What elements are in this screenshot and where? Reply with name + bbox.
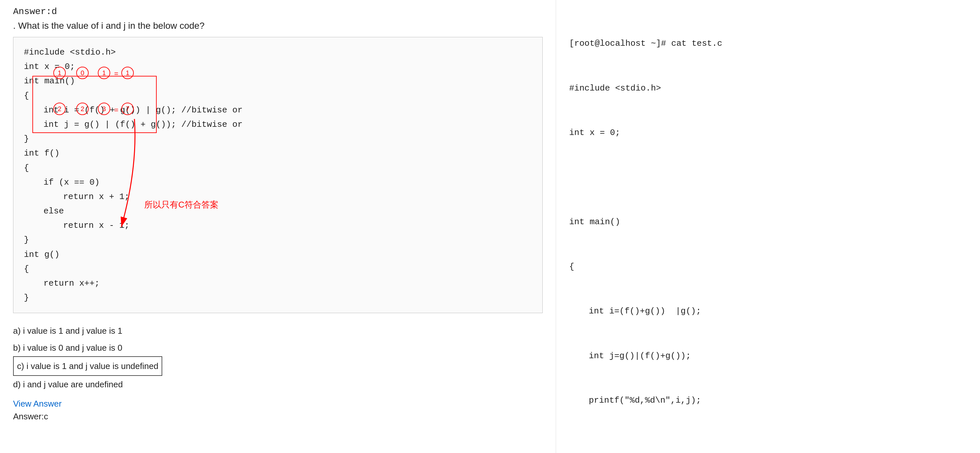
circle-bottom-1: 2 (53, 103, 66, 115)
code-line-4: { (24, 89, 532, 103)
right-panel: [root@localhost ~]# cat test.c #include … (556, 0, 980, 453)
annotation-note: 所以只有C符合答案 (144, 197, 218, 212)
circle-bottom-5: 7 (121, 103, 134, 115)
right-code: [root@localhost ~]# cat test.c #include … (569, 6, 967, 453)
right-line-8: int j=g()|(f()+g()); (569, 349, 967, 364)
right-line-9: printf("%d,%d\n",i,j); (569, 393, 967, 408)
code-block: #include <stdio.h> int x = 0; int main()… (13, 37, 542, 313)
code-line-14: } (24, 233, 532, 247)
question-text: . What is the value of i and j in the be… (13, 21, 542, 31)
option-a: a) i value is 1 and j value is 1 (13, 322, 542, 339)
code-line-11: return x + 1; (24, 190, 532, 204)
view-answer[interactable]: View Answer (13, 399, 542, 409)
right-line-5: int main() (569, 215, 967, 230)
code-line-10: if (x == 0) (24, 175, 532, 190)
circle-bottom-2: 2 (76, 103, 89, 115)
right-line-2: #include <stdio.h> (569, 81, 967, 96)
right-line-10 (569, 438, 967, 453)
circle-bottom-3: 3 (98, 103, 110, 115)
equals-top: = (114, 68, 118, 80)
circle-top-2: 0 (76, 67, 89, 79)
code-line-8: int f() (24, 146, 532, 160)
code-line-12: else (24, 204, 532, 218)
code-line-18: } (24, 291, 532, 305)
option-c-highlighted: c) i value is 1 and j value is undefined (13, 356, 162, 376)
code-line-13: return x - 1; (24, 218, 532, 233)
option-d: d) i and j value are undefined (13, 376, 542, 393)
options-list: a) i value is 1 and j value is 1 b) i va… (13, 322, 542, 393)
code-line-15: int g() (24, 247, 532, 262)
right-line-1: [root@localhost ~]# cat test.c (569, 36, 967, 51)
code-line-1: #include <stdio.h> (24, 45, 532, 60)
code-line-6: int j = g() | (f() + g()); //bitwise or (24, 117, 532, 132)
option-b: b) i value is 0 and j value is 0 (13, 339, 542, 356)
equals-bottom: = (114, 104, 118, 116)
right-line-3: int x = 0; (569, 125, 967, 141)
left-panel: Answer:d . What is the value of i and j … (0, 0, 556, 453)
circle-top-3: 1 (98, 67, 110, 79)
circle-top-5: 1 (121, 67, 134, 79)
circle-top-1: 1 (53, 67, 66, 79)
right-line-6: { (569, 260, 967, 274)
right-line-4 (569, 170, 967, 185)
answer-label: Answer:d (13, 6, 542, 17)
answer-c: Answer:c (13, 412, 542, 421)
code-line-16: { (24, 262, 532, 276)
code-line-17: return x++; (24, 276, 532, 291)
code-line-9: { (24, 161, 532, 175)
right-line-7: int i=(f()+g()) |g(); (569, 304, 967, 319)
code-line-7: } (24, 132, 532, 146)
